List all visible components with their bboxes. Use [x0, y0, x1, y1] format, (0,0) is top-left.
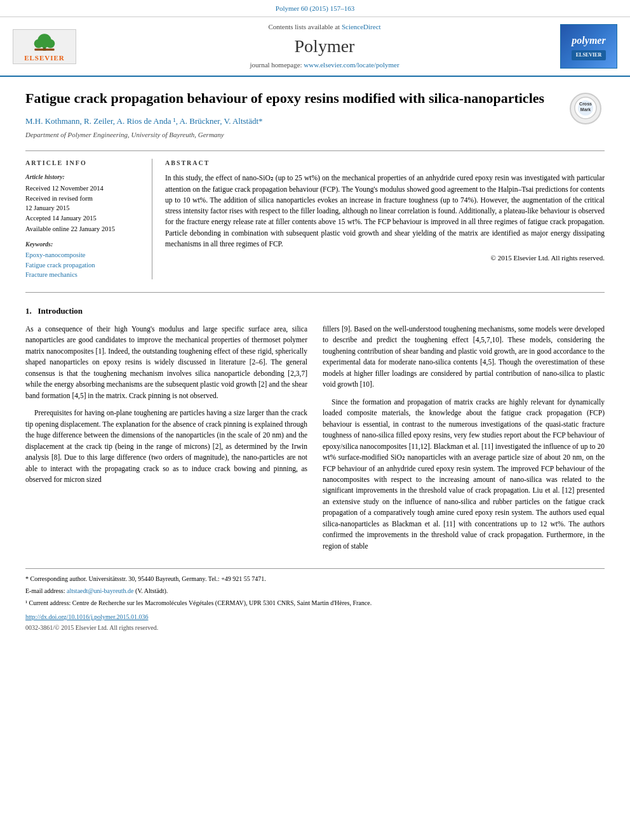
section-number: 1.: [25, 306, 32, 316]
keywords-heading: Keywords:: [25, 240, 142, 250]
homepage-prefix: journal homepage:: [250, 61, 302, 69]
section-title: Introduction: [38, 306, 83, 316]
section-divider: [25, 292, 605, 293]
abstract-heading: ABSTRACT: [165, 159, 605, 168]
revised-date: Received in revised form 12 January 2015: [25, 194, 142, 213]
journal-title: Polymer: [89, 34, 560, 60]
svg-text:Cross: Cross: [579, 102, 592, 106]
issn-line: 0032-3861/© 2015 Elsevier Ltd. All right…: [25, 623, 605, 633]
accepted-date: Accepted 14 January 2015: [25, 213, 142, 223]
introduction-section: 1. Introduction As a consequence of thei…: [25, 305, 605, 558]
elsevier-logo-area: ELSEVIER: [13, 29, 89, 64]
elsevier-tree-icon: [29, 30, 60, 52]
homepage-line: journal homepage: www.elsevier.com/locat…: [89, 60, 560, 70]
journal-header-center: Contents lists available at ScienceDirec…: [89, 22, 560, 70]
intro-left-column: As a consequence of their high Young's m…: [25, 324, 307, 558]
article-body: Fatigue crack propagation behaviour of e…: [0, 77, 630, 645]
article-info-abstract-section: ARTICLE INFO Article history: Received 1…: [25, 159, 605, 279]
abstract-text: In this study, the effect of nano-SiO₂ (…: [165, 173, 605, 250]
crossmark-badge[interactable]: Cross Mark: [570, 93, 601, 124]
svg-rect-4: [34, 48, 54, 50]
contents-line: Contents lists available at ScienceDirec…: [89, 22, 560, 32]
authors-line: M.H. Kothmann, R. Zeiler, A. Rios de And…: [25, 116, 605, 128]
journal-header: ELSEVIER Contents lists available at Sci…: [0, 17, 630, 77]
article-title-area: Fatigue crack propagation behaviour of e…: [25, 90, 605, 108]
doi-link[interactable]: http://dx.doi.org/10.1016/j.polymer.2015…: [25, 613, 148, 620]
intro-right-para-2: Since the formation and propagation of m…: [323, 397, 605, 552]
polymer-journal-logo: polymer ELSEVIER: [560, 24, 617, 69]
email-link[interactable]: altstaedt@uni-bayreuth.de: [67, 587, 134, 594]
keyword-2: Fatigue crack propagation: [25, 260, 142, 270]
top-citation-bar: Polymer 60 (2015) 157–163: [0, 0, 630, 17]
intro-right-column: fillers [9]. Based on the well-understoo…: [323, 324, 605, 558]
sciencedirect-link[interactable]: ScienceDirect: [342, 23, 381, 30]
doi-line[interactable]: http://dx.doi.org/10.1016/j.polymer.2015…: [25, 613, 605, 622]
intro-left-para-2: Prerequisites for having on-plane toughe…: [25, 408, 307, 485]
abstract-panel: ABSTRACT In this study, the effect of na…: [165, 159, 605, 279]
corresponding-note: * Corresponding author. Universitätsstr.…: [25, 574, 605, 583]
footnote-area: * Corresponding author. Universitätsstr.…: [25, 568, 605, 608]
intro-two-column: As a consequence of their high Young's m…: [25, 324, 605, 558]
section-header: 1. Introduction: [25, 305, 605, 317]
copyright-line: © 2015 Elsevier Ltd. All rights reserved…: [165, 253, 605, 263]
homepage-link[interactable]: www.elsevier.com/locate/polymer: [304, 61, 399, 69]
email-line: E-mail address: altstaedt@uni-bayreuth.d…: [25, 586, 605, 596]
elsevier-name: ELSEVIER: [24, 53, 65, 63]
svg-point-2: [34, 39, 43, 48]
contents-prefix: Contents lists available at: [268, 23, 340, 30]
citation-text: Polymer 60 (2015) 157–163: [276, 4, 354, 12]
online-date: Available online 22 January 2015: [25, 224, 142, 234]
article-title: Fatigue crack propagation behaviour of e…: [25, 90, 544, 106]
crossmark-icon: Cross Mark: [574, 97, 597, 119]
footnote-1: ¹ Current address: Centre de Recherche s…: [25, 598, 605, 608]
crossmark-area[interactable]: Cross Mark: [566, 90, 605, 128]
svg-text:Mark: Mark: [580, 107, 591, 112]
affiliation-line: Department of Polymer Engineering, Unive…: [25, 130, 605, 140]
intro-right-para-1: fillers [9]. Based on the well-understoo…: [323, 324, 605, 390]
article-info-heading: ARTICLE INFO: [25, 159, 142, 168]
intro-left-para-1: As a consequence of their high Young's m…: [25, 324, 307, 401]
keywords-section: Keywords: Epoxy-nanocomposite Fatigue cr…: [25, 240, 142, 279]
received-date: Received 12 November 2014: [25, 183, 142, 193]
keyword-3: Fracture mechanics: [25, 270, 142, 279]
elsevier-logo: ELSEVIER: [13, 29, 76, 64]
svg-point-3: [46, 39, 55, 48]
header-divider: [25, 150, 605, 151]
keyword-1: Epoxy-nanocomposite: [25, 250, 142, 260]
history-label: Article history:: [25, 173, 142, 182]
article-info-panel: ARTICLE INFO Article history: Received 1…: [25, 159, 152, 279]
